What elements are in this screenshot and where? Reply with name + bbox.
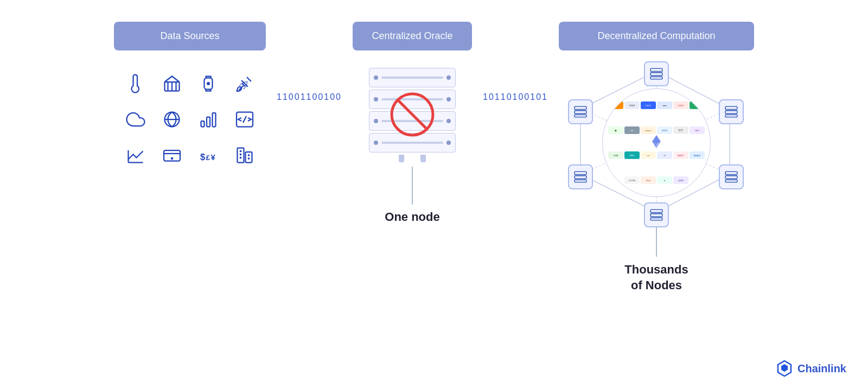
net-node-right-top bbox=[719, 99, 744, 124]
binary-left-column: 11001100100 bbox=[266, 22, 353, 102]
svg-rect-37 bbox=[650, 68, 662, 71]
logo-dot-10: SYNT bbox=[657, 126, 672, 134]
eth-icon bbox=[649, 134, 664, 151]
logo-dot-19: LOOM bbox=[624, 176, 640, 184]
logo-dot-12: NEX bbox=[690, 126, 705, 134]
svg-rect-41 bbox=[725, 111, 737, 113]
forex-icon: $£¥ bbox=[192, 142, 224, 169]
logo-dot-3: CELO bbox=[641, 101, 656, 109]
svg-line-27 bbox=[398, 100, 427, 129]
decentral-connector-line bbox=[656, 224, 657, 257]
logo-dot-8: ●● bbox=[624, 126, 640, 134]
svg-rect-9 bbox=[212, 113, 215, 127]
svg-rect-48 bbox=[650, 218, 662, 220]
svg-rect-20 bbox=[245, 152, 252, 163]
logo-dot-2: interl bbox=[624, 101, 640, 109]
one-node-label: One node bbox=[385, 210, 439, 224]
svg-rect-39 bbox=[650, 77, 662, 79]
sports-icon bbox=[156, 106, 188, 133]
rack-light-4 bbox=[446, 97, 451, 101]
chart-bar-icon bbox=[192, 106, 224, 133]
svg-text:¥: ¥ bbox=[210, 152, 215, 162]
net-node-left-bottom bbox=[568, 164, 593, 189]
svg-point-15 bbox=[170, 157, 173, 160]
svg-point-5 bbox=[207, 82, 210, 85]
oracle-header: Centralized Oracle bbox=[353, 22, 472, 50]
svg-marker-59 bbox=[781, 364, 788, 372]
rack-light-5 bbox=[374, 119, 378, 123]
logo-dot-17: MATIC bbox=[673, 151, 688, 159]
rack-light-3 bbox=[374, 97, 378, 101]
rack-bar bbox=[381, 77, 443, 79]
svg-rect-38 bbox=[650, 73, 662, 75]
net-node-left-top bbox=[568, 99, 593, 124]
svg-rect-40 bbox=[725, 106, 737, 109]
server-rack bbox=[363, 67, 461, 162]
code-icon bbox=[228, 106, 260, 133]
net-node-right-bottom bbox=[719, 164, 744, 189]
data-sources-column: Data Sources bbox=[114, 22, 266, 169]
no-symbol-icon bbox=[388, 90, 437, 139]
svg-rect-46 bbox=[650, 209, 662, 212]
rack-light-2 bbox=[446, 75, 451, 80]
server-unit-1 bbox=[369, 68, 456, 87]
svg-rect-51 bbox=[575, 180, 586, 182]
decentral-column: Decentralized Computation bbox=[559, 22, 754, 293]
oracle-column: Centralized Oracle bbox=[353, 22, 472, 224]
svg-rect-52 bbox=[575, 106, 586, 109]
logo-dot-21: ● bbox=[657, 176, 672, 184]
svg-rect-43 bbox=[725, 171, 737, 174]
svg-rect-54 bbox=[575, 115, 586, 117]
svg-rect-49 bbox=[575, 171, 586, 174]
rack-light-7 bbox=[374, 141, 378, 145]
svg-rect-7 bbox=[201, 121, 204, 127]
network-graph: ● interl CELO ●●● CERT Kava ◆ ●● phase S… bbox=[564, 61, 749, 224]
binary-left-text: 11001100100 bbox=[277, 92, 342, 102]
rack-light-6 bbox=[446, 119, 451, 123]
chainlink-logo: Chainlink bbox=[776, 360, 846, 377]
binary-right-column: 10110100101 bbox=[472, 22, 559, 102]
payment-icon bbox=[156, 142, 188, 169]
svg-rect-53 bbox=[575, 111, 586, 113]
rack-leg-right bbox=[420, 155, 426, 162]
logo-cloud: ● interl CELO ●●● CERT Kava ◆ ●● phase S… bbox=[602, 88, 711, 197]
logo-dot-20: Noia bbox=[641, 176, 656, 184]
net-node-top bbox=[644, 61, 669, 86]
svg-rect-42 bbox=[725, 115, 737, 117]
rack-light-8 bbox=[446, 141, 451, 145]
svg-rect-50 bbox=[575, 176, 586, 179]
binary-right-text: 10110100101 bbox=[483, 92, 548, 102]
logo-dot-11: BIT bbox=[673, 126, 688, 134]
smartwatch-icon bbox=[192, 70, 224, 97]
svg-rect-44 bbox=[725, 176, 737, 179]
svg-rect-8 bbox=[207, 117, 210, 127]
server-legs bbox=[399, 155, 426, 162]
logo-dot-15: ren bbox=[641, 151, 656, 159]
rack-leg-left bbox=[399, 155, 404, 162]
data-sources-header: Data Sources bbox=[114, 22, 266, 50]
line-chart-icon bbox=[119, 142, 151, 169]
logo-dot-4: ●●● bbox=[657, 101, 672, 109]
svg-rect-45 bbox=[725, 180, 737, 182]
logo-dot-9: phase bbox=[641, 126, 656, 134]
chainlink-hex-icon bbox=[776, 360, 793, 377]
rack-light bbox=[374, 75, 378, 80]
satellite-dish-icon bbox=[228, 70, 260, 97]
decentral-header: Decentralized Computation bbox=[559, 22, 754, 50]
logo-dot-13: UMA bbox=[608, 151, 623, 159]
connector-line bbox=[412, 167, 413, 205]
logo-dot-14: REN bbox=[624, 151, 640, 159]
logo-dot-16: Θ bbox=[657, 151, 672, 159]
building-icon bbox=[228, 142, 260, 169]
data-sources-icons: $£¥ bbox=[114, 70, 266, 169]
svg-rect-47 bbox=[650, 214, 662, 217]
rack-bar-4 bbox=[381, 142, 443, 144]
svg-text:$: $ bbox=[200, 152, 205, 162]
cloud-icon bbox=[119, 106, 151, 133]
net-node-bottom bbox=[644, 202, 669, 227]
chainlink-text: Chainlink bbox=[797, 362, 846, 375]
thermometer-icon bbox=[119, 70, 151, 97]
bank-icon bbox=[156, 70, 188, 97]
logo-dot-22: QIAN bbox=[673, 176, 688, 184]
logo-dot-7: ◆ bbox=[608, 126, 623, 134]
